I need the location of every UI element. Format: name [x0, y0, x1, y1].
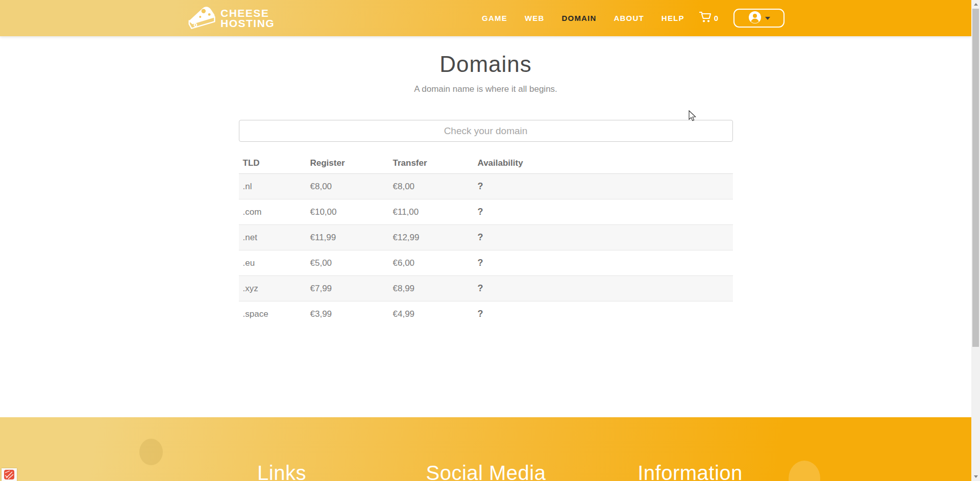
footer-decor-circle: [139, 439, 163, 465]
footer-heading-links: Links: [180, 462, 384, 481]
footer-heading-information: Information: [588, 462, 792, 481]
table-row: .net €11,99 €12,99 ?: [239, 225, 733, 250]
cheese-logo-icon: [187, 5, 217, 32]
tld-cell: .eu: [239, 250, 306, 276]
main-nav: GAME WEB DOMAIN ABOUT HELP 0: [473, 9, 785, 28]
screen-share-indicator-icon[interactable]: [2, 468, 17, 481]
brand-logo[interactable]: CHEESE HOSTING: [187, 5, 275, 32]
availability-cell: ?: [474, 250, 733, 276]
cart-icon: [699, 12, 712, 25]
tld-cell: .nl: [239, 174, 306, 199]
column-header-tld: TLD: [239, 153, 306, 174]
nav-item-help[interactable]: HELP: [653, 14, 693, 22]
column-header-register: Register: [306, 153, 389, 174]
table-row: .eu €5,00 €6,00 ?: [239, 250, 733, 276]
availability-cell: ?: [474, 174, 733, 199]
cart-button[interactable]: 0: [693, 12, 724, 25]
footer-decor-circle: [789, 461, 820, 481]
cart-count-badge: 0: [714, 14, 718, 22]
register-price-cell: €11,99: [306, 225, 389, 250]
scroll-down-button[interactable]: [971, 472, 980, 481]
availability-cell: ?: [474, 225, 733, 250]
scroll-up-button[interactable]: [971, 0, 980, 9]
tld-cell: .xyz: [239, 276, 306, 301]
vertical-scrollbar[interactable]: [971, 0, 980, 481]
nav-item-web[interactable]: WEB: [516, 14, 553, 22]
nav-item-game[interactable]: GAME: [473, 14, 516, 22]
nav-item-domain[interactable]: DOMAIN: [553, 14, 605, 22]
register-price-cell: €8,00: [306, 174, 389, 199]
transfer-price-cell: €12,99: [389, 225, 474, 250]
table-header-row: TLD Register Transfer Availability: [239, 153, 733, 174]
tld-cell: .net: [239, 225, 306, 250]
transfer-price-cell: €4,99: [389, 301, 474, 327]
page-title: Domains: [239, 52, 733, 77]
user-circle-icon: [748, 11, 762, 26]
top-navbar: CHEESE HOSTING GAME WEB DOMAIN ABOUT HEL…: [0, 0, 971, 36]
nav-item-about[interactable]: ABOUT: [605, 14, 653, 22]
scroll-down-arrow-icon: [974, 475, 978, 478]
tld-cell: .com: [239, 199, 306, 225]
register-price-cell: €7,99: [306, 276, 389, 301]
availability-cell: ?: [474, 276, 733, 301]
tld-cell: .space: [239, 301, 306, 327]
availability-cell: ?: [474, 199, 733, 225]
register-price-cell: €3,99: [306, 301, 389, 327]
chevron-down-icon: [765, 17, 770, 20]
page-footer: Links Social Media Information: [0, 417, 971, 481]
table-row: .space €3,99 €4,99 ?: [239, 301, 733, 327]
column-header-availability: Availability: [474, 153, 733, 174]
transfer-price-cell: €8,99: [389, 276, 474, 301]
account-dropdown-button[interactable]: [733, 9, 785, 28]
transfer-price-cell: €8,00: [389, 174, 474, 199]
page-subtitle: A domain name is where it all begins.: [239, 84, 733, 94]
domain-search-input[interactable]: [239, 120, 733, 142]
table-row: .nl €8,00 €8,00 ?: [239, 174, 733, 199]
column-header-transfer: Transfer: [389, 153, 474, 174]
scrollbar-thumb[interactable]: [972, 9, 979, 347]
tld-price-table: TLD Register Transfer Availability .nl €…: [239, 153, 733, 326]
browser-viewport: CHEESE HOSTING GAME WEB DOMAIN ABOUT HEL…: [0, 0, 980, 481]
table-row: .com €10,00 €11,00 ?: [239, 199, 733, 225]
transfer-price-cell: €11,00: [389, 199, 474, 225]
register-price-cell: €10,00: [306, 199, 389, 225]
table-row: .xyz €7,99 €8,99 ?: [239, 276, 733, 301]
main-content: Domains A domain name is where it all be…: [0, 36, 971, 326]
transfer-price-cell: €6,00: [389, 250, 474, 276]
brand-name: CHEESE HOSTING: [220, 8, 275, 28]
register-price-cell: €5,00: [306, 250, 389, 276]
navbar-container: CHEESE HOSTING GAME WEB DOMAIN ABOUT HEL…: [187, 0, 785, 36]
footer-heading-social-media: Social Media: [384, 462, 588, 481]
availability-cell: ?: [474, 301, 733, 327]
scroll-up-arrow-icon: [974, 3, 978, 6]
